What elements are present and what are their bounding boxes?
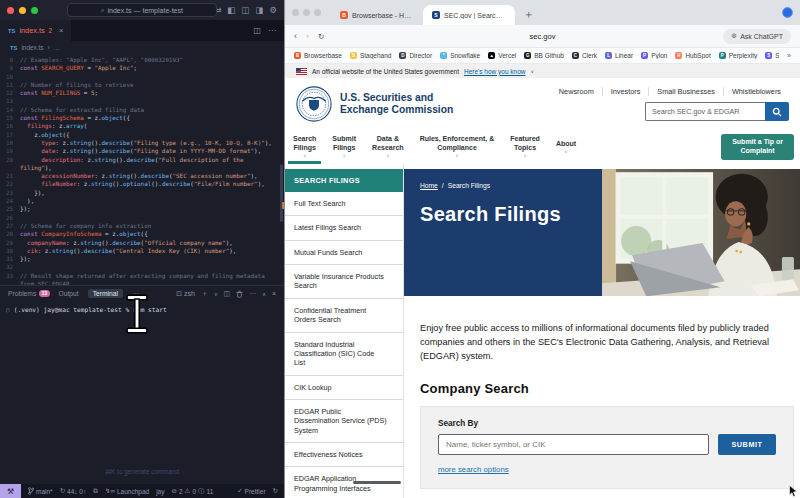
close-panel-icon[interactable]: × xyxy=(272,290,276,297)
submit-tip-button[interactable]: Submit a Tip or Complaint xyxy=(721,134,794,160)
profile-avatar[interactable] xyxy=(782,7,793,18)
topnav-link[interactable]: Small Businesses xyxy=(648,87,723,96)
ask-chatgpt-button[interactable]: ⊛ Ask ChatGPT xyxy=(723,29,791,44)
bookmarks-overflow-icon[interactable]: » xyxy=(787,52,791,59)
address-bar[interactable]: sec.gov xyxy=(530,32,556,41)
reload-icon[interactable]: ↻ xyxy=(318,32,324,41)
submit-button[interactable]: SUBMIT xyxy=(718,434,776,455)
restart-icon[interactable]: ↻ xyxy=(273,487,278,495)
maximize-panel-icon[interactable]: ∧ xyxy=(262,291,266,297)
bookmark-item[interactable]: P Pylon xyxy=(641,52,667,59)
formatter-status[interactable]: ✓ Prettier xyxy=(237,487,265,495)
tab-close-icon[interactable]: × xyxy=(59,26,63,35)
bookmark-item[interactable]: S Stagehand xyxy=(350,52,391,59)
code-line: 25 }); xyxy=(0,205,284,213)
split-terminal-icon[interactable]: ◫ xyxy=(224,290,231,298)
breadcrumb-home-link[interactable]: Home xyxy=(420,182,438,189)
nav-item[interactable]: Featured Topics ∨ xyxy=(502,130,548,164)
sec-search-input[interactable] xyxy=(645,102,765,121)
sidebar-item[interactable]: Confidential Treatment Orders Search xyxy=(285,299,403,333)
bookmark-item[interactable]: ▲ Vercel xyxy=(488,52,516,59)
maximize-window-button[interactable] xyxy=(31,7,38,14)
code-line: 14 // Schema for extracted filing data xyxy=(0,106,284,114)
breadcrumb-symbol[interactable]: … xyxy=(54,44,60,51)
new-terminal-icon[interactable]: ＋ xyxy=(201,289,208,299)
bookmark-item[interactable]: B Browserbase xyxy=(294,52,342,59)
topnav-link[interactable]: Newsroom xyxy=(551,87,602,96)
topnav-link[interactable]: Investors xyxy=(602,87,649,96)
sidebar-item[interactable]: CIK Lookup xyxy=(285,376,403,400)
bookmark-label: Vercel xyxy=(498,52,516,59)
topnav-link[interactable]: Whistleblowers xyxy=(723,87,789,96)
git-sync-status[interactable]: ↻ 44↓ 0↑ xyxy=(60,487,87,495)
sidebar-item[interactable]: Full Text Search xyxy=(285,192,403,216)
forward-icon[interactable]: › xyxy=(306,31,309,41)
bookmark-item[interactable]: C Clerk xyxy=(572,52,597,59)
line-number: 31 xyxy=(0,255,20,263)
toggle-panel-icon[interactable]: ◫ xyxy=(241,5,249,15)
company-search-input[interactable] xyxy=(438,434,709,455)
bookmark-item[interactable]: * Snowflake xyxy=(440,52,480,59)
breadcrumb[interactable]: TS index.ts › … xyxy=(0,41,284,54)
maximize-window-button[interactable] xyxy=(314,9,321,16)
nav-item[interactable]: Rules, Enforcement, & Compliance ∨ xyxy=(412,130,503,164)
customize-layout-icon[interactable]: ⚙ xyxy=(269,5,277,15)
terminal-dropdown-icon[interactable]: ∨ xyxy=(214,291,218,297)
bookmark-favicon: L xyxy=(605,52,612,59)
breadcrumb-file[interactable]: index.ts xyxy=(21,44,43,51)
new-tab-button[interactable]: ＋ xyxy=(523,7,534,22)
agency-name[interactable]: U.S. Securities and Exchange Commission xyxy=(340,92,453,116)
split-editor-icon[interactable]: ◫ xyxy=(253,26,261,35)
sec-search-button[interactable] xyxy=(765,102,789,121)
bookmark-item[interactable]: H HubSpot xyxy=(675,52,710,59)
sidebar-item[interactable]: Standard Industrial Classification (SIC)… xyxy=(285,333,403,376)
more-search-options-link[interactable]: more search options xyxy=(438,465,509,474)
tab-terminal[interactable]: Terminal xyxy=(88,289,123,298)
scrollbar-horizontal[interactable] xyxy=(353,481,401,485)
launchpad-status[interactable]: ↯∞ Launchpad xyxy=(105,487,149,495)
tab-output[interactable]: Output xyxy=(59,290,79,297)
banner-link[interactable]: Here's how you know xyxy=(464,68,526,75)
browser-tab[interactable]: S SEC.gov | Search Fili xyxy=(423,5,515,25)
command-center-search[interactable]: ⌕ index.ts — template-test xyxy=(67,3,217,17)
nav-item[interactable]: Data & Research ∨ xyxy=(364,130,412,164)
bookmark-item[interactable]: D Director xyxy=(399,52,432,59)
sidebar-item[interactable]: Effectiveness Notices xyxy=(285,443,403,467)
sidebar-item[interactable]: Latest Filings Search xyxy=(285,216,403,240)
editor-scrollbar[interactable] xyxy=(280,164,283,222)
code-editor[interactable]: 8 // Examples: "Apple Inc", "AAPL", "000… xyxy=(0,54,284,285)
problems-status[interactable]: ⊘ 2 ⚠ 0 ⓘ 11 xyxy=(171,487,213,496)
editor-more-actions-icon[interactable]: ⋯ xyxy=(268,26,276,35)
nav-item[interactable]: About ∨ xyxy=(548,130,584,164)
bookmark-favicon: S xyxy=(350,52,357,59)
copy-icon[interactable]: ⧉ xyxy=(93,487,98,495)
remote-indicator-icon[interactable]: ⚒ xyxy=(0,484,21,498)
bookmark-item[interactable]: L Linear xyxy=(605,52,633,59)
nav-item[interactable]: Search Filings ∨ xyxy=(285,130,324,164)
panel-more-actions-icon[interactable]: ⋯ xyxy=(249,290,256,298)
error-count: 2 xyxy=(179,488,183,495)
bookmark-item[interactable]: S Stripe xyxy=(765,52,779,59)
sidebar-item[interactable]: Mutual Funds Search xyxy=(285,241,403,265)
close-window-button[interactable] xyxy=(7,7,14,14)
shell-indicator[interactable]: ⊡ zsh xyxy=(176,290,195,298)
git-branch-status[interactable]: main* xyxy=(28,487,53,495)
sidebar-item[interactable]: EDGAR Public Dissemination Service (PDS)… xyxy=(285,400,403,443)
browser-tab[interactable]: B Browserbase - Headl xyxy=(331,5,423,25)
back-icon[interactable]: ‹ xyxy=(294,31,297,41)
editor-tab-index-ts[interactable]: TS index.ts 2 × xyxy=(0,20,72,41)
user-status[interactable]: jay xyxy=(156,488,164,495)
code-text: description: z.string().describe("Full d… xyxy=(20,156,284,173)
close-window-button[interactable] xyxy=(292,9,299,16)
bookmark-item[interactable]: P Perplexity xyxy=(719,52,758,59)
nav-item[interactable]: Submit Filings ∨ xyxy=(324,130,364,164)
toggle-secondary-sidebar-icon[interactable]: ◨ xyxy=(255,5,263,15)
tab-problems[interactable]: Problems 13 xyxy=(8,290,50,297)
typescript-file-icon: TS xyxy=(8,28,15,34)
minimize-window-button[interactable] xyxy=(303,9,310,16)
toggle-sidebar-icon[interactable]: ◧ xyxy=(227,5,235,15)
minimize-window-button[interactable] xyxy=(19,7,26,14)
kill-terminal-icon[interactable] xyxy=(236,290,243,298)
bookmark-item[interactable]: G BB Github xyxy=(524,52,564,59)
sidebar-item[interactable]: Variable Insurance Products Search xyxy=(285,265,403,299)
